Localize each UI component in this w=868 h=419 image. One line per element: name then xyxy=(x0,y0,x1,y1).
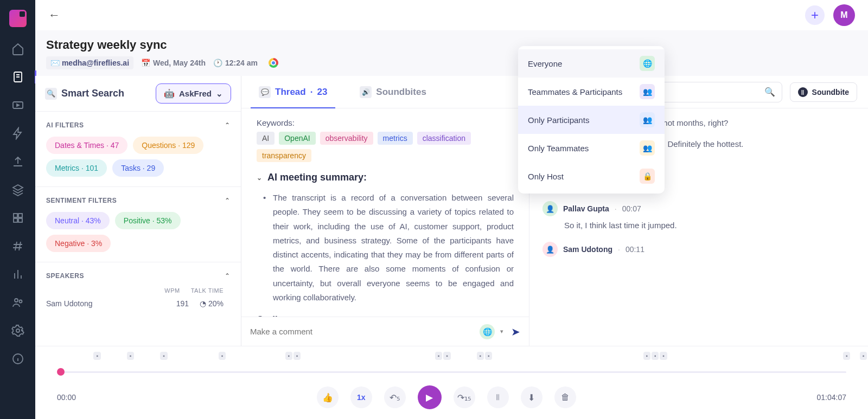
media-icon[interactable] xyxy=(11,99,24,112)
dropdown-item[interactable]: Teammates & Participants👥 xyxy=(518,78,665,106)
delete-button[interactable]: 🗑 xyxy=(554,386,576,408)
collapse-icon[interactable]: ⌃ xyxy=(225,197,230,204)
svg-rect-2 xyxy=(14,214,17,217)
filter-pill[interactable]: Dates & Times · 47 xyxy=(46,137,127,154)
playhead[interactable] xyxy=(57,368,65,376)
rewind-button[interactable]: ↶₅ xyxy=(384,386,406,408)
svg-rect-5 xyxy=(18,218,22,222)
summary-toggle[interactable]: ⌄AI meeting summary: xyxy=(257,172,514,183)
timeline-marker[interactable]: ▪ xyxy=(127,352,135,360)
timeline-marker[interactable]: ▪ xyxy=(860,352,867,360)
ai-filters-heading: AI FILTERS xyxy=(46,121,84,129)
visibility-icon: 👥 xyxy=(640,140,655,156)
timeline-marker[interactable]: ▪ xyxy=(652,352,659,360)
settings-icon[interactable] xyxy=(11,324,24,337)
timeline-marker[interactable]: ▪ xyxy=(443,352,451,360)
timeline-marker[interactable]: ▪ xyxy=(160,352,168,360)
team-icon[interactable] xyxy=(11,296,24,309)
keyword-pill[interactable]: observability xyxy=(320,132,373,145)
filter-pill[interactable]: Metrics · 101 xyxy=(46,159,107,177)
timeline-marker[interactable]: ▪ xyxy=(843,352,851,360)
smart-search[interactable]: 🔍 Smart Search xyxy=(45,88,149,100)
filter-pill[interactable]: Tasks · 29 xyxy=(112,159,164,177)
speaker-avatar: 👤 xyxy=(542,242,558,257)
dropdown-item[interactable]: Only Participants👥 xyxy=(518,106,665,134)
layers-icon[interactable] xyxy=(11,183,24,196)
timeline-marker[interactable]: ▪ xyxy=(293,352,301,360)
transcript-line[interactable]: 👤Pallav Gupta·00:07So it, I think last t… xyxy=(542,201,855,230)
keyword-pill[interactable]: metrics xyxy=(378,132,413,145)
visibility-button[interactable]: 🌐 xyxy=(480,324,495,339)
timeline-marker[interactable]: ▪ xyxy=(643,352,651,360)
timeline-marker[interactable]: ▪ xyxy=(477,352,484,360)
dropdown-item[interactable]: Only Teammates👥 xyxy=(518,134,665,162)
transcript-line[interactable]: 👤Sam Udotong·00:11 xyxy=(542,242,855,257)
sentiment-pill[interactable]: Negative · 3% xyxy=(46,235,111,252)
meeting-title: Strategy weekly sync xyxy=(46,38,855,52)
notes-icon[interactable] xyxy=(11,70,24,83)
keyword-pill[interactable]: transparency xyxy=(257,149,311,162)
keyword-pill[interactable]: classification xyxy=(417,132,471,145)
upload-icon[interactable] xyxy=(11,155,24,168)
time-end: 01:04:07 xyxy=(816,393,846,402)
collapse-icon[interactable]: ⌃ xyxy=(225,121,230,129)
analytics-icon[interactable] xyxy=(11,268,24,281)
meeting-time: 🕐 12:24 am xyxy=(213,59,258,67)
visibility-chevron[interactable]: ▾ xyxy=(500,328,503,335)
timeline-marker[interactable]: ▪ xyxy=(485,352,493,360)
soundbites-icon: 🔊 xyxy=(360,86,372,98)
soundbite-button[interactable]: || Soundbite xyxy=(790,82,857,102)
timeline[interactable] xyxy=(57,366,846,379)
forward-button[interactable]: ↷₁₅ xyxy=(454,386,475,408)
add-button[interactable]: + xyxy=(805,5,825,25)
tab-soundbites[interactable]: 🔊 Soundbites xyxy=(360,76,426,108)
timeline-marker[interactable]: ▪ xyxy=(219,352,226,360)
timeline-marker[interactable]: ▪ xyxy=(285,352,293,360)
app-logo[interactable] xyxy=(9,10,27,27)
speaker-name: Pallav Gupta xyxy=(563,204,609,213)
play-button[interactable]: ▶ xyxy=(418,385,442,409)
sentiment-pill[interactable]: Neutral · 43% xyxy=(46,212,110,229)
home-icon[interactable] xyxy=(11,42,24,55)
hash-icon[interactable] xyxy=(11,240,24,253)
keyword-pill[interactable]: OpenAI xyxy=(279,132,315,145)
timeline-marker[interactable]: ▪ xyxy=(93,352,101,360)
comment-input[interactable] xyxy=(250,327,475,336)
player: ▪▪▪▪▪▪▪▪▪▪▪▪▪▪▪ 00:00 👍 1x ↶₅ ▶ ↷₁₅ ⫴ ⬇ … xyxy=(35,346,868,419)
search-icon: 🔍 xyxy=(764,87,775,97)
back-button[interactable]: ← xyxy=(48,8,60,22)
speed-button[interactable]: 1x xyxy=(350,386,372,408)
tab-thread[interactable]: 💬 Thread · 23 xyxy=(259,76,327,108)
visibility-icon: 🌐 xyxy=(640,56,655,71)
chrome-icon[interactable] xyxy=(269,58,278,68)
keyword-pill[interactable]: AI xyxy=(257,132,275,145)
speaker-row[interactable]: Sam Udotong 191◔ 20% xyxy=(46,294,230,313)
thread-icon: 💬 xyxy=(259,86,271,98)
flash-icon[interactable] xyxy=(11,127,24,140)
svg-rect-3 xyxy=(18,214,22,217)
info-icon[interactable] xyxy=(11,352,24,365)
filter-pill[interactable]: Questions · 129 xyxy=(133,137,203,154)
send-button[interactable]: ➤ xyxy=(511,325,520,338)
waveform-button[interactable]: ⫴ xyxy=(487,386,509,408)
topbar: ← + M xyxy=(35,0,868,30)
timeline-marker[interactable]: ▪ xyxy=(435,352,443,360)
sentiment-pill[interactable]: Positive · 53% xyxy=(115,212,181,229)
timestamp: 00:11 xyxy=(626,245,644,254)
visibility-icon: 👥 xyxy=(640,84,655,99)
svg-point-6 xyxy=(15,299,18,302)
user-avatar[interactable]: M xyxy=(833,4,855,26)
thumbs-button[interactable]: 👍 xyxy=(317,386,339,408)
timeline-marker[interactable]: ▪ xyxy=(660,352,667,360)
collapse-icon[interactable]: ⌃ xyxy=(225,272,230,280)
comment-bar: 🌐 ▾ ➤ xyxy=(241,317,529,346)
dropdown-item[interactable]: Everyone🌐 xyxy=(518,49,665,78)
sidebar: 🔍 Smart Search 🤖 AskFred ⌄ AI FILTERS⌃ D… xyxy=(35,76,241,346)
download-button[interactable]: ⬇ xyxy=(521,386,542,408)
left-nav xyxy=(0,0,35,419)
chevron-down-icon: ⌄ xyxy=(216,89,223,99)
time-start: 00:00 xyxy=(57,393,76,402)
askfred-button[interactable]: 🤖 AskFred ⌄ xyxy=(156,83,231,104)
dropdown-item[interactable]: Only Host🔒 xyxy=(518,162,665,190)
apps-icon[interactable] xyxy=(11,211,24,224)
